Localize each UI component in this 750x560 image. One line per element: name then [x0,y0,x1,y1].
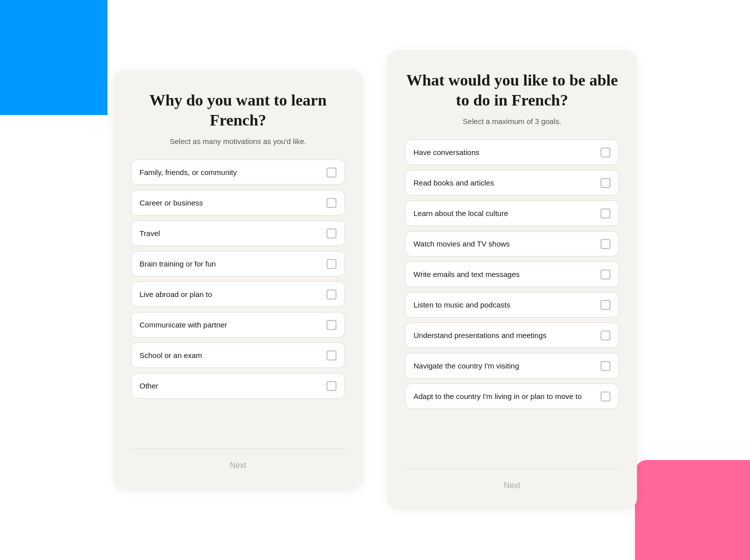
main-container: Why do you want to learn French? Select … [0,0,750,560]
right-option-item[interactable]: Watch movies and TV shows [405,231,619,256]
left-next-button[interactable]: Next [218,457,258,474]
left-option-item[interactable]: Live abroad or plan to [131,282,345,307]
left-next-container: Next [131,448,345,474]
right-next-container: Next [405,468,619,494]
right-option-checkbox[interactable] [600,361,610,371]
right-card-subtitle: Select a maximum of 3 goals. [405,117,619,126]
left-option-label: Brain training or for fun [140,258,326,269]
right-option-label: Understand presentations and meetings [414,330,600,340]
right-option-checkbox[interactable] [600,270,610,280]
right-option-checkbox[interactable] [600,239,610,249]
left-option-checkbox[interactable] [326,228,336,238]
right-option-item[interactable]: Listen to music and podcasts [405,292,619,318]
right-option-item[interactable]: Read books and articles [405,170,619,196]
left-option-item[interactable]: Family, friends, or community [131,160,345,185]
left-option-checkbox[interactable] [326,381,336,391]
left-option-checkbox[interactable] [326,168,336,178]
right-option-item[interactable]: Learn about the local culture [405,200,619,226]
right-option-label: Listen to music and podcasts [414,300,600,310]
right-next-button[interactable]: Next [492,477,532,494]
right-option-checkbox[interactable] [600,330,610,340]
right-option-checkbox[interactable] [600,392,610,402]
right-option-checkbox[interactable] [600,178,610,188]
left-card: Why do you want to learn French? Select … [113,70,363,490]
left-option-checkbox[interactable] [326,259,336,269]
right-option-label: Write emails and text messages [414,269,600,280]
right-option-item[interactable]: Understand presentations and meetings [405,322,619,348]
right-option-checkbox[interactable] [600,300,610,310]
left-option-checkbox[interactable] [326,198,336,208]
left-option-item[interactable]: Other [131,373,345,398]
right-option-item[interactable]: Write emails and text messages [405,262,619,287]
right-option-label: Adapt to the country I'm living in or pl… [414,391,600,402]
right-card-title: What would you like to be able to do in … [405,70,619,110]
right-options-list: Have conversations Read books and articl… [405,140,619,456]
right-option-label: Navigate the country I'm visiting [414,360,600,371]
left-option-label: Live abroad or plan to [140,289,326,300]
right-option-label: Watch movies and TV shows [414,238,600,249]
left-option-checkbox[interactable] [326,350,336,360]
left-card-subtitle: Select as many motivations as you'd like… [131,137,345,146]
left-option-item[interactable]: Communicate with partner [131,312,345,338]
left-option-label: Travel [140,228,326,238]
left-options-list: Family, friends, or community Career or … [131,160,345,436]
left-option-label: Communicate with partner [140,320,326,330]
right-option-item[interactable]: Have conversations [405,140,619,165]
left-option-label: Family, friends, or community [140,167,326,178]
right-option-item[interactable]: Adapt to the country I'm living in or pl… [405,384,619,409]
left-option-item[interactable]: Travel [131,220,345,246]
left-option-item[interactable]: Career or business [131,190,345,216]
right-option-label: Read books and articles [414,178,600,188]
right-option-item[interactable]: Navigate the country I'm visiting [405,353,619,378]
left-card-title: Why do you want to learn French? [131,90,345,130]
right-option-checkbox[interactable] [600,208,610,218]
left-option-label: Career or business [140,198,326,208]
left-option-checkbox[interactable] [326,290,336,300]
right-option-checkbox[interactable] [600,148,610,158]
right-option-label: Have conversations [414,147,600,158]
right-option-label: Learn about the local culture [414,208,600,218]
left-option-label: School or an exam [140,350,326,360]
left-option-item[interactable]: School or an exam [131,342,345,368]
left-option-label: Other [140,380,326,391]
left-option-item[interactable]: Brain training or for fun [131,251,345,276]
left-option-checkbox[interactable] [326,320,336,330]
right-card: What would you like to be able to do in … [387,50,637,510]
